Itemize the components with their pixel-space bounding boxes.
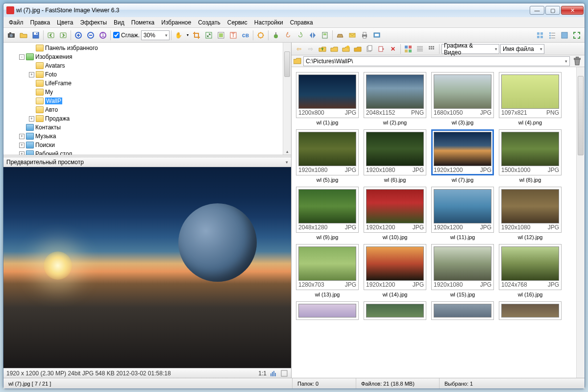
menu-цвета[interactable]: Цвета: [53, 18, 76, 27]
menu-настройки[interactable]: Настройки: [251, 18, 287, 27]
back-icon[interactable]: [45, 29, 57, 41]
clone-icon[interactable]: св: [240, 29, 251, 41]
wallpaper-icon[interactable]: [371, 29, 383, 41]
open-icon[interactable]: [18, 29, 29, 41]
menu-эффекты[interactable]: Эффекты: [77, 18, 111, 27]
preview-pane[interactable]: [3, 167, 291, 368]
tree-item-Foto[interactable]: +Foto: [3, 70, 291, 79]
acquire-icon[interactable]: [5, 29, 17, 41]
nav-newfolder-icon[interactable]: [341, 44, 351, 54]
menu-справка[interactable]: Справка: [287, 18, 317, 27]
thumb-partial-17[interactable]: [363, 301, 427, 320]
thumb-wl (16).jpg[interactable]: 1024x768JPGwl (16).jpg: [498, 244, 562, 299]
thumb-wl (1).jpg[interactable]: 1200x800JPGwl (1).jpg: [295, 72, 359, 127]
thumb-wl (5).jpg[interactable]: 1920x1080JPGwl (5).jpg: [295, 129, 359, 185]
nav-refresh-icon[interactable]: [329, 44, 340, 54]
nav-forward-icon[interactable]: ⇨: [305, 44, 316, 54]
save-icon[interactable]: [30, 29, 42, 41]
thumb-wl (2).png[interactable]: 2048x1152PNGwl (2).png: [363, 72, 427, 127]
thumb-wl (15).jpg[interactable]: 1920x1080JPGwl (15).jpg: [431, 244, 494, 299]
minimize-button[interactable]: ―: [530, 6, 544, 15]
view-large-icon[interactable]: [403, 44, 414, 54]
expand-icon[interactable]: +: [29, 116, 34, 122]
expand-icon[interactable]: +: [19, 143, 24, 148]
menu-файл[interactable]: Файл: [5, 18, 27, 27]
tree-item-Avatars[interactable]: Avatars: [3, 61, 291, 70]
nav-copy-icon[interactable]: [364, 44, 375, 54]
filter-combo[interactable]: Графика & Видео: [441, 44, 499, 54]
flip-h-icon[interactable]: [307, 29, 318, 41]
thumb-partial-16[interactable]: [295, 301, 359, 320]
tree-item-My[interactable]: My: [3, 88, 291, 97]
nav-favorites-icon[interactable]: [352, 44, 363, 54]
tree-item-WallP[interactable]: WallP: [3, 97, 291, 105]
expand-icon[interactable]: +: [29, 72, 34, 77]
thumb-wl (9).jpg[interactable]: 2048x1280JPGwl (9).jpg: [295, 187, 359, 242]
view-small-icon[interactable]: [426, 44, 437, 54]
maximize-button[interactable]: ▢: [545, 6, 560, 15]
view-details-icon[interactable]: [546, 29, 558, 41]
zoom-in-icon[interactable]: [73, 29, 84, 41]
nav-delete-icon[interactable]: ✕: [388, 44, 398, 54]
menu-создать[interactable]: Создать: [195, 18, 224, 27]
resize-icon[interactable]: [203, 29, 215, 41]
zoom-out-icon[interactable]: [85, 29, 97, 41]
menu-сервис[interactable]: Сервис: [224, 18, 251, 27]
menu-избранное[interactable]: Избранное: [158, 18, 195, 27]
email-icon[interactable]: [346, 29, 358, 41]
zoom-ratio[interactable]: 1:1: [258, 370, 267, 377]
close-button[interactable]: ✕: [561, 6, 584, 15]
tree-item-Авто[interactable]: Авто: [3, 105, 291, 114]
tree-item-LifeFrame[interactable]: LifeFrame: [3, 79, 291, 88]
thumb-wl (10).jpg[interactable]: 1920x1200JPGwl (10).jpg: [363, 187, 427, 242]
thumb-partial-19[interactable]: [498, 301, 562, 320]
fit-icon[interactable]: [280, 369, 288, 377]
tree-item-Музыка[interactable]: +Музыка: [3, 132, 291, 141]
tree-item-Контакты[interactable]: Контакты: [3, 123, 291, 132]
expand-icon[interactable]: -: [19, 54, 24, 60]
menu-пометка[interactable]: Пометка: [128, 18, 158, 27]
tree-item-Поиски[interactable]: +Поиски: [3, 141, 291, 149]
thumb-wl (12).jpg[interactable]: 1920x1080JPGwl (12).jpg: [498, 187, 562, 242]
thumb-wl (3).jpg[interactable]: 1680x1050JPGwl (3).jpg: [431, 72, 494, 127]
titlebar[interactable]: wl (7).jpg - FastStone Image Viewer 6.3 …: [3, 3, 585, 17]
flip-v-icon[interactable]: [319, 29, 331, 41]
crop-icon[interactable]: [191, 29, 202, 41]
h-splitter[interactable]: [3, 155, 291, 157]
print-icon[interactable]: [359, 29, 370, 41]
thumb-wl (11).jpg[interactable]: 1920x1200JPGwl (11).jpg: [431, 187, 494, 242]
histogram-icon[interactable]: [270, 369, 277, 377]
trash-icon[interactable]: [572, 56, 583, 67]
path-input[interactable]: C:\Pictures\WallP\: [303, 56, 570, 66]
zoom-combo[interactable]: 30%: [141, 30, 170, 40]
tree-item-Продажа[interactable]: +Продажа: [3, 114, 291, 123]
forward-icon[interactable]: [57, 29, 69, 41]
thumb-wl (14).jpg[interactable]: 1920x1200JPGwl (14).jpg: [363, 244, 427, 299]
nav-move-icon[interactable]: [376, 44, 387, 54]
text-icon[interactable]: T: [227, 29, 239, 41]
smooth-checkbox[interactable]: Сглаж.: [113, 32, 140, 39]
scan-icon[interactable]: [334, 29, 346, 41]
thumb-wl (6).jpg[interactable]: 1920x1080JPGwl (6).jpg: [363, 129, 427, 185]
thumb-wl (4).png[interactable]: 1097x821PNGwl (4).png: [498, 72, 562, 127]
menu-правка[interactable]: Правка: [27, 18, 54, 27]
expand-icon[interactable]: +: [19, 134, 24, 139]
hand-icon[interactable]: ✋: [173, 29, 185, 41]
tree-item-Рабочий стол[interactable]: +Рабочий стол: [3, 149, 291, 155]
thumb-wl (8).jpg[interactable]: 1500x1000JPGwl (8).jpg: [498, 129, 562, 185]
thumb-wl (13).jpg[interactable]: 1280x703JPGwl (13).jpg: [295, 244, 359, 299]
zoom-actual-icon[interactable]: 1: [97, 29, 109, 41]
tree-item-Панель избранного[interactable]: Панель избранного: [3, 44, 291, 52]
fullscreen-icon[interactable]: [571, 29, 583, 41]
rotate-left-icon[interactable]: [282, 29, 294, 41]
nav-up-icon[interactable]: [317, 44, 328, 54]
tree-item-Изображения[interactable]: -Изображения: [3, 52, 291, 61]
view-thumbs-icon[interactable]: [534, 29, 546, 41]
expand-icon[interactable]: +: [19, 151, 24, 156]
folder-tree[interactable]: Панель избранного-ИзображенияAvatars+Fot…: [3, 43, 291, 155]
hand-dropdown-icon[interactable]: ▾: [185, 29, 190, 41]
thumbnail-pane[interactable]: 1200x800JPGwl (1).jpg2048x1152PNGwl (2).…: [292, 67, 585, 378]
adjust-icon[interactable]: [255, 29, 267, 41]
thumb-wl (7).jpg[interactable]: 1920x1200JPGwl (7).jpg: [431, 129, 494, 185]
sort-combo[interactable]: Имя файла: [500, 44, 544, 54]
